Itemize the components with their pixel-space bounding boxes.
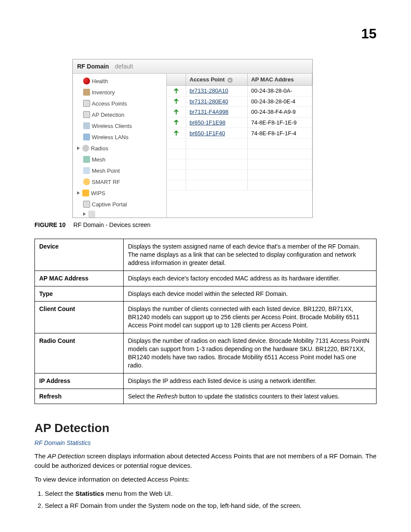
field-name: Refresh: [35, 389, 124, 404]
empty-cell: [247, 149, 312, 159]
sidebar-item-radios[interactable]: Radios: [73, 143, 166, 154]
sidebar-item-health[interactable]: Health: [73, 75, 166, 87]
table-row: br7131-F4A99800-24-38-F4-A9-9: [167, 107, 312, 118]
field-name: IP Address: [35, 373, 124, 389]
sidebar-item-wireless-clients[interactable]: Wireless Clients: [73, 120, 166, 131]
field-name: Client Count: [35, 302, 124, 333]
empty-cell: [186, 180, 248, 190]
screenshot-panel: RF Domain default Health Inventory Acces…: [72, 59, 313, 218]
expand-icon: [83, 212, 86, 216]
empty-cell: [167, 180, 186, 190]
table-row: DeviceDisplays the system assigned name …: [35, 239, 377, 271]
table-row: br650-1F1E9874-8E-F8-1F-1E-9: [167, 117, 312, 128]
captive-portal-icon: [83, 201, 90, 208]
mac-cell: 74-8E-F8-1F-1F-4: [247, 128, 312, 139]
sidebar-item-label: Access Points: [92, 100, 127, 107]
mesh-icon: [83, 156, 90, 163]
sidebar-item-captive-portal[interactable]: Captive Portal: [73, 199, 166, 210]
field-description: Select the Refresh button to update the …: [124, 389, 377, 404]
text: Select the: [45, 490, 75, 497]
empty-cell: [186, 159, 248, 169]
sidebar-item-label: Wireless Clients: [92, 123, 132, 129]
sidebar-item-wips[interactable]: WIPS: [73, 187, 166, 199]
status-cell: [167, 117, 186, 128]
list-item: Select the Statistics menu from the Web …: [45, 488, 377, 499]
sidebar-item-access-points[interactable]: Access Points: [73, 98, 166, 109]
radios-icon: [82, 145, 89, 152]
status-cell: [167, 86, 186, 96]
text: The: [34, 452, 47, 460]
emphasis: AP Detection: [47, 452, 85, 460]
panel-title: RF Domain: [77, 63, 109, 70]
device-link[interactable]: br7131-280E40: [186, 96, 248, 107]
sidebar-item-label: Radios: [91, 145, 108, 152]
sidebar-item-label: AP Detection: [92, 112, 125, 118]
empty-cell: [167, 159, 186, 169]
device-link[interactable]: br650-1F1E98: [186, 117, 248, 128]
sidebar-item-mesh-point[interactable]: Mesh Point: [73, 165, 166, 176]
device-link[interactable]: br7131-280A10: [186, 86, 248, 96]
ap-detection-icon: [83, 111, 90, 118]
sidebar-item-wireless-lans[interactable]: Wireless LANs: [73, 131, 166, 143]
mac-cell: 00-24-38-28-0A-: [247, 86, 312, 96]
empty-cell: [247, 159, 312, 169]
panel-titlebar: RF Domain default: [73, 59, 312, 74]
table-row: Client CountDisplays the number of clien…: [35, 302, 377, 333]
sidebar-item-ap-detection[interactable]: AP Detection: [73, 109, 166, 120]
device-link[interactable]: br7131-F4A998: [186, 107, 248, 118]
table-row: [167, 159, 312, 169]
list-item: Select a RF Domain from under the System…: [45, 501, 377, 511]
field-name: Device: [35, 239, 124, 271]
field-name: Type: [35, 286, 124, 302]
table-row: TypeDisplays each device model within th…: [35, 286, 377, 302]
empty-cell: [167, 169, 186, 180]
field-description: Displays the system assigned name of eac…: [124, 239, 377, 271]
table-row: Radio CountDisplays the number of radios…: [35, 333, 377, 373]
sidebar-item-label: SMART RF: [92, 179, 120, 185]
sidebar-item-mesh[interactable]: Mesh: [73, 154, 166, 165]
sidebar-item-inventory[interactable]: Inventory: [73, 87, 166, 98]
sort-asc-icon: ▲: [227, 78, 233, 83]
expand-icon: [77, 146, 80, 150]
sidebar-item-label: Inventory: [92, 89, 115, 96]
status-cell: [167, 96, 186, 107]
table-row: IP AddressDisplays the IP address each l…: [35, 373, 377, 389]
empty-cell: [167, 138, 186, 149]
field-description: Displays each device's factory encoded M…: [124, 271, 377, 286]
table-row: [167, 180, 312, 190]
access-point-icon: [83, 100, 90, 107]
empty-cell: [247, 138, 312, 149]
table-row: br650-1F1F4074-8E-F8-1F-1F-4: [167, 128, 312, 139]
sidebar-item-label: Health: [92, 78, 108, 84]
text: screen displays information about detect…: [34, 452, 377, 469]
mac-cell: 74-8E-F8-1F-1E-9: [247, 117, 312, 128]
chapter-number: 15: [34, 26, 377, 42]
column-header-ap-mac[interactable]: AP MAC Addres: [247, 74, 312, 86]
column-header-access-point[interactable]: Access Point▲: [186, 74, 248, 86]
text: menu from the Web UI.: [104, 490, 173, 497]
empty-cell: [247, 169, 312, 180]
empty-cell: [167, 149, 186, 159]
sidebar-item-label: Wireless LANs: [92, 134, 128, 140]
wips-icon: [82, 190, 89, 196]
empty-cell: [247, 180, 312, 190]
section-heading: AP Detection: [34, 421, 377, 435]
table-row: br7131-280E4000-24-38-28-0E-4: [167, 96, 312, 107]
sidebar-item-label: Mesh Point: [92, 168, 120, 174]
sidebar-nav: Health Inventory Access Points AP Detect…: [73, 74, 167, 218]
status-up-icon: [173, 88, 179, 94]
column-header-status[interactable]: [167, 74, 186, 86]
sidebar-item-smart-rf[interactable]: SMART RF: [73, 176, 166, 187]
status-up-icon: [173, 131, 179, 137]
sidebar-item-label: Mesh: [92, 156, 106, 163]
device-link[interactable]: br650-1F1F40: [186, 128, 248, 139]
breadcrumb-link[interactable]: RF Domain Statistics: [34, 439, 377, 446]
table-row: AP MAC AddressDisplays each device's fac…: [35, 271, 377, 286]
sidebar-item-cutoff: [73, 210, 166, 218]
sidebar-item-label: Captive Portal: [92, 201, 127, 208]
field-name: Radio Count: [35, 333, 124, 373]
figure-caption-text: RF Domain - Devices screen: [73, 221, 150, 228]
figure-label: FIGURE 10: [34, 221, 65, 228]
field-description-table: DeviceDisplays the system assigned name …: [34, 239, 377, 404]
status-up-icon: [173, 99, 179, 105]
